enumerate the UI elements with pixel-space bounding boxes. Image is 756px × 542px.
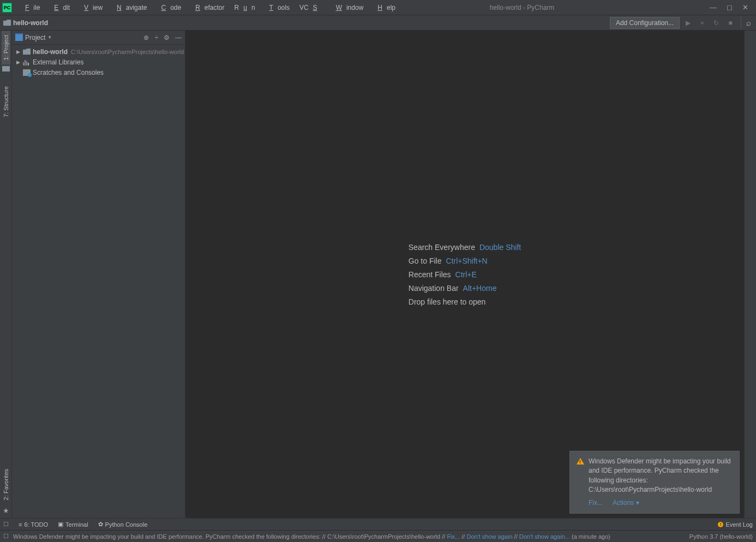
collapse-icon[interactable]: ÷: [154, 34, 158, 41]
tab-terminal[interactable]: ▣Terminal: [58, 521, 88, 528]
close-button[interactable]: ✕: [742, 3, 748, 11]
hide-icon[interactable]: —: [175, 34, 182, 41]
menu-run[interactable]: Run: [230, 2, 260, 13]
tab-project[interactable]: 1: Project: [2, 31, 10, 64]
menu-help[interactable]: Help: [369, 2, 400, 13]
statusbar-interpreter[interactable]: Python 3.7 (hello-world): [689, 533, 753, 540]
hint-key: Ctrl+E: [455, 270, 477, 279]
tree-root-path: C:\Users\root\PycharmProjects\hello-worl…: [71, 49, 184, 55]
tool-window-icon[interactable]: ☐: [3, 521, 9, 528]
menu-vcs[interactable]: VCS: [295, 2, 326, 13]
folder-icon: [23, 49, 31, 55]
warning-icon: [577, 458, 584, 464]
debug-icon[interactable]: ⌖: [696, 17, 708, 29]
menu-tools[interactable]: Tools: [261, 2, 294, 13]
statusbar: ☐ Windows Defender might be impacting yo…: [0, 530, 756, 542]
folder-icon: [3, 20, 11, 26]
window-title: hello-world - PyCharm: [400, 4, 710, 11]
menu-file[interactable]: File: [16, 2, 44, 13]
folder-stripe-icon: [2, 64, 10, 72]
tab-structure[interactable]: 7: Structure: [2, 82, 10, 122]
hint-label: Search Everywhere: [409, 243, 475, 252]
expand-arrow-icon[interactable]: ▶: [15, 59, 21, 65]
hint-label: Recent Files: [409, 270, 451, 279]
menu-window[interactable]: Window: [327, 2, 368, 13]
add-configuration-button[interactable]: Add Configuration...: [610, 17, 680, 29]
panel-title[interactable]: Project: [25, 34, 45, 41]
project-panel: Project ▼ ⊕ ÷ ⚙ — ▶ hello-world C:\Users…: [12, 31, 185, 518]
notification-actions-link[interactable]: Actions ▾: [613, 498, 639, 508]
nav-toolbar: hello-world Add Configuration... ▶ ⌖ ↻ ■…: [0, 15, 756, 31]
project-tree: ▶ hello-world C:\Users\root\PycharmProje…: [12, 45, 185, 79]
menubar: File Edit View Navigate Code Refactor Ru…: [16, 2, 400, 13]
statusbar-message: Windows Defender might be impacting your…: [13, 533, 685, 540]
tab-python-console[interactable]: ✿Python Console: [98, 521, 148, 528]
svg-rect-0: [2, 66, 10, 72]
notification-text: Windows Defender might be impacting your…: [589, 457, 731, 484]
bottom-tool-tabs: ☐ ≡6: TODO ▣Terminal ✿Python Console ! E…: [0, 518, 756, 530]
locate-icon[interactable]: ⊕: [143, 34, 149, 41]
menu-refactor[interactable]: Refactor: [187, 2, 229, 13]
libraries-icon: [23, 59, 31, 65]
tab-event-log[interactable]: Event Log: [725, 521, 753, 528]
menu-code[interactable]: Code: [152, 2, 185, 13]
statusbar-icon[interactable]: ☐: [3, 533, 9, 540]
titlebar: PC File Edit View Navigate Code Refactor…: [0, 0, 756, 15]
breadcrumb[interactable]: hello-world: [3, 19, 48, 27]
tree-scratches-label: Scratches and Consoles: [33, 69, 104, 76]
expand-arrow-icon[interactable]: ▶: [15, 49, 21, 55]
tree-scratches[interactable]: Scratches and Consoles: [12, 67, 185, 78]
hint-label: Navigation Bar: [409, 284, 459, 293]
tab-favorites[interactable]: 2: Favorites: [2, 464, 10, 504]
editor-hints: Search EverywhereDouble Shift Go to File…: [409, 238, 521, 311]
editor-area[interactable]: Search EverywhereDouble Shift Go to File…: [185, 31, 744, 518]
statusbar-fix-link[interactable]: Fix...: [447, 533, 460, 540]
notification-path: C:\Users\root\PycharmProjects\hello-worl…: [589, 486, 712, 493]
tab-todo[interactable]: ≡6: TODO: [19, 521, 48, 528]
search-icon[interactable]: ⌕: [741, 17, 753, 29]
menu-view[interactable]: View: [75, 2, 107, 13]
tree-external-label: External Libraries: [33, 58, 83, 66]
statusbar-dont-show-link-2[interactable]: Don't show again...: [519, 533, 570, 540]
hint-key: Alt+Home: [463, 284, 497, 293]
gear-icon[interactable]: ⚙: [164, 34, 170, 41]
right-stripe: [744, 31, 756, 518]
menu-navigate[interactable]: Navigate: [108, 2, 151, 13]
tree-external-libraries[interactable]: ▶ External Libraries: [12, 57, 185, 67]
chevron-down-icon[interactable]: ▼: [47, 35, 52, 40]
maximize-button[interactable]: ◻: [727, 3, 733, 11]
menu-edit[interactable]: Edit: [45, 2, 74, 13]
project-view-icon: [15, 34, 23, 41]
minimize-button[interactable]: —: [710, 3, 717, 11]
run-icon[interactable]: ▶: [682, 17, 694, 29]
left-stripe: 1: Project 7: Structure 2: Favorites ★: [0, 31, 12, 518]
hint-key: Double Shift: [479, 243, 521, 252]
hint-key: Ctrl+Shift+N: [446, 257, 487, 265]
coverage-icon[interactable]: ↻: [710, 17, 722, 29]
pycharm-icon: PC: [2, 3, 12, 13]
notification-fix-link[interactable]: Fix...: [589, 498, 603, 508]
event-indicator-icon: !: [718, 522, 723, 527]
breadcrumb-label: hello-world: [13, 19, 48, 27]
hint-label: Go to File: [409, 257, 442, 265]
hint-label: Drop files here to open: [409, 297, 486, 306]
notification: Windows Defender might be impacting your…: [569, 451, 740, 514]
tree-root-label: hello-world: [33, 48, 68, 56]
scratches-icon: [23, 69, 31, 76]
statusbar-dont-show-link[interactable]: Don't show again: [466, 533, 512, 540]
tree-root[interactable]: ▶ hello-world C:\Users\root\PycharmProje…: [12, 46, 185, 57]
stop-icon[interactable]: ■: [724, 17, 736, 29]
star-icon: ★: [2, 507, 10, 515]
